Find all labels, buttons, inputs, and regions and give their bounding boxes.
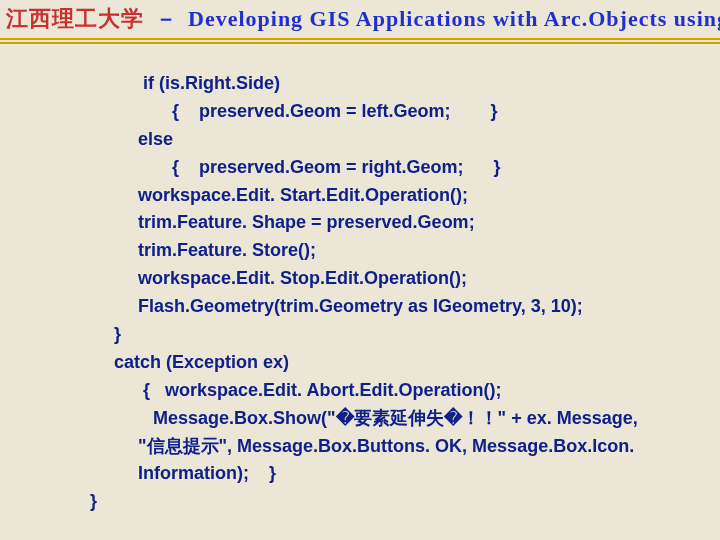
course-title: Developing GIS Applications with Arc.Obj… (188, 6, 720, 31)
university-name: 江西理工大学 (6, 6, 144, 31)
code-line: trim.Feature. Store(); (90, 237, 660, 265)
code-line: workspace.Edit. Stop.Edit.Operation(); (90, 265, 660, 293)
code-line: Message.Box.Show("�要素延伸失�！！" + ex. Messa… (90, 405, 660, 489)
code-line: workspace.Edit. Start.Edit.Operation(); (90, 182, 660, 210)
code-line: else (90, 126, 660, 154)
header-title: 江西理工大学 － Developing GIS Applications wit… (6, 4, 720, 34)
header-separator: － (155, 6, 178, 31)
code-line: } (90, 488, 660, 516)
code-line: } (90, 321, 660, 349)
code-line: if (is.Right.Side) (90, 70, 660, 98)
code-block: if (is.Right.Side) { preserved.Geom = le… (0, 40, 720, 516)
slide-header: 江西理工大学 － Developing GIS Applications wit… (0, 0, 720, 40)
code-line: { preserved.Geom = right.Geom; } (90, 154, 660, 182)
code-line: Flash.Geometry(trim.Geometry as IGeometr… (90, 293, 660, 321)
header-rule (0, 42, 720, 44)
code-line: catch (Exception ex) (90, 349, 660, 377)
code-line: { preserved.Geom = left.Geom; } (90, 98, 660, 126)
code-line: { workspace.Edit. Abort.Edit.Operation()… (90, 377, 660, 405)
code-line: trim.Feature. Shape = preserved.Geom; (90, 209, 660, 237)
